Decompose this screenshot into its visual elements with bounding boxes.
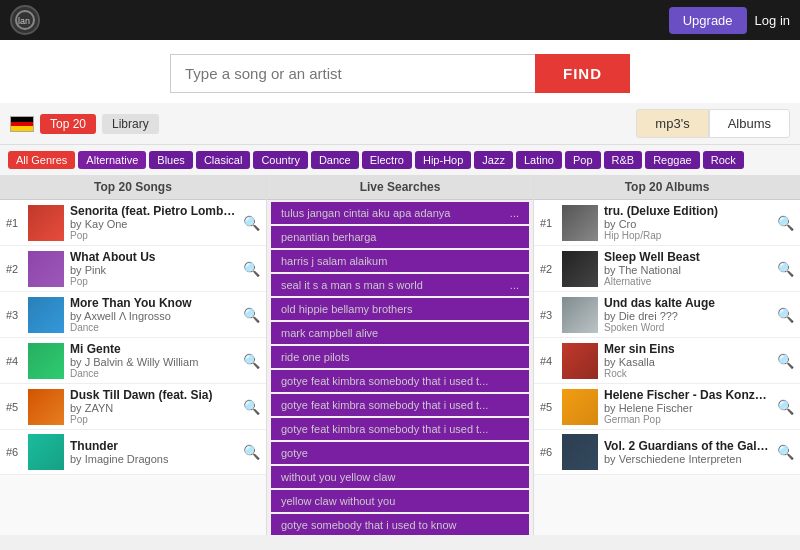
album-genre: Hip Hop/Rap [604, 230, 771, 241]
app-header: lan Upgrade Log in [0, 0, 800, 40]
album-item[interactable]: #6 Vol. 2 Guardians of the Galaxy: A... … [534, 430, 800, 475]
song-search-icon[interactable]: 🔍 [243, 353, 260, 369]
genre-dance[interactable]: Dance [311, 151, 359, 169]
tab-albums[interactable]: Albums [709, 109, 790, 138]
genre-all-genres[interactable]: All Genres [8, 151, 75, 169]
live-search-item[interactable]: old hippie bellamy brothers [271, 298, 529, 320]
live-search-item[interactable]: gotye feat kimbra somebody that i used t… [271, 418, 529, 440]
song-item[interactable]: #5 Dusk Till Dawn (feat. Sia) by ZAYN Po… [0, 384, 266, 430]
album-search-icon[interactable]: 🔍 [777, 307, 794, 323]
genre-latino[interactable]: Latino [516, 151, 562, 169]
album-title: Helene Fischer - Das Konzert aus... [604, 388, 771, 402]
album-search-icon[interactable]: 🔍 [777, 215, 794, 231]
album-artist: by Kasalla [604, 356, 771, 368]
live-search-text: ride one pilots [281, 351, 350, 363]
live-search-text: gotye [281, 447, 308, 459]
genre-country[interactable]: Country [253, 151, 308, 169]
tab-library[interactable]: Library [102, 114, 159, 134]
genre-alternative[interactable]: Alternative [78, 151, 146, 169]
album-title: Mer sin Eins [604, 342, 771, 356]
album-number: #2 [540, 263, 556, 275]
genre-electro[interactable]: Electro [362, 151, 412, 169]
header-actions: Upgrade Log in [669, 7, 790, 34]
song-item[interactable]: #4 Mi Gente by J Balvin & Willy William … [0, 338, 266, 384]
song-item[interactable]: #1 Senorita (feat. Pietro Lombardi) by K… [0, 200, 266, 246]
album-search-icon[interactable]: 🔍 [777, 399, 794, 415]
album-number: #3 [540, 309, 556, 321]
song-title: Thunder [70, 439, 237, 453]
album-number: #5 [540, 401, 556, 413]
search-area: FIND [0, 40, 800, 103]
song-item[interactable]: #6 Thunder by Imagine Dragons 🔍 [0, 430, 266, 475]
album-title: Vol. 2 Guardians of the Galaxy: A... [604, 439, 771, 453]
live-search-item[interactable]: yellow claw without you [271, 490, 529, 512]
live-search-item[interactable]: gotye [271, 442, 529, 464]
live-search-item[interactable]: seal it s a man s man s world... [271, 274, 529, 296]
live-search-item[interactable]: gotye feat kimbra somebody that i used t… [271, 370, 529, 392]
genre-rnb[interactable]: R&B [604, 151, 643, 169]
album-artist: by Cro [604, 218, 771, 230]
song-item[interactable]: #3 More Than You Know by Axwell Λ Ingros… [0, 292, 266, 338]
album-item[interactable]: #5 Helene Fischer - Das Konzert aus... b… [534, 384, 800, 430]
song-search-icon[interactable]: 🔍 [243, 307, 260, 323]
live-search-item[interactable]: gotye somebody that i used to know [271, 514, 529, 535]
live-search-item[interactable]: tulus jangan cintai aku apa adanya... [271, 202, 529, 224]
album-info: Vol. 2 Guardians of the Galaxy: A... by … [604, 439, 771, 465]
song-info: Dusk Till Dawn (feat. Sia) by ZAYN Pop [70, 388, 237, 425]
genre-pop[interactable]: Pop [565, 151, 601, 169]
album-thumbnail [562, 251, 598, 287]
live-search-item[interactable]: harris j salam alaikum [271, 250, 529, 272]
song-title: Dusk Till Dawn (feat. Sia) [70, 388, 237, 402]
album-thumbnail [562, 434, 598, 470]
song-title: What About Us [70, 250, 237, 264]
logo-icon: lan [10, 5, 40, 35]
album-genre: German Pop [604, 414, 771, 425]
genre-jazz[interactable]: Jazz [474, 151, 513, 169]
genre-reggae[interactable]: Reggae [645, 151, 700, 169]
tab-mp3s[interactable]: mp3's [636, 109, 708, 138]
albums-list: #1 tru. (Deluxe Edition) by Cro Hip Hop/… [534, 200, 800, 475]
genre-clasical[interactable]: Clasical [196, 151, 251, 169]
search-row: FIND [170, 54, 630, 93]
upgrade-button[interactable]: Upgrade [669, 7, 747, 34]
live-search-extra: ... [510, 207, 519, 219]
live-search-text: gotye feat kimbra somebody that i used t… [281, 399, 488, 411]
album-number: #6 [540, 446, 556, 458]
song-number: #6 [6, 446, 22, 458]
song-search-icon[interactable]: 🔍 [243, 261, 260, 277]
song-genre: Pop [70, 230, 237, 241]
live-search-item[interactable]: mark campbell alive [271, 322, 529, 344]
album-artist: by The National [604, 264, 771, 276]
album-item[interactable]: #2 Sleep Well Beast by The National Alte… [534, 246, 800, 292]
live-search-item[interactable]: penantian berharga [271, 226, 529, 248]
song-artist: by Kay One [70, 218, 237, 230]
song-search-icon[interactable]: 🔍 [243, 215, 260, 231]
song-item[interactable]: #2 What About Us by Pink Pop 🔍 [0, 246, 266, 292]
live-search-item[interactable]: without you yellow claw [271, 466, 529, 488]
songs-column: Top 20 Songs #1 Senorita (feat. Pietro L… [0, 175, 267, 535]
album-item[interactable]: #1 tru. (Deluxe Edition) by Cro Hip Hop/… [534, 200, 800, 246]
live-search-text: without you yellow claw [281, 471, 395, 483]
song-thumbnail [28, 251, 64, 287]
search-input[interactable] [170, 54, 535, 93]
genre-hiphop[interactable]: Hip-Hop [415, 151, 471, 169]
song-title: Mi Gente [70, 342, 237, 356]
album-search-icon[interactable]: 🔍 [777, 261, 794, 277]
live-search-item[interactable]: ride one pilots [271, 346, 529, 368]
genre-blues[interactable]: Blues [149, 151, 193, 169]
login-button[interactable]: Log in [755, 13, 790, 28]
genre-rock[interactable]: Rock [703, 151, 744, 169]
album-search-icon[interactable]: 🔍 [777, 444, 794, 460]
song-search-icon[interactable]: 🔍 [243, 399, 260, 415]
album-thumbnail [562, 343, 598, 379]
find-button[interactable]: FIND [535, 54, 630, 93]
album-item[interactable]: #3 Und das kalte Auge by Die drei ??? Sp… [534, 292, 800, 338]
tab-top20[interactable]: Top 20 [40, 114, 96, 134]
song-info: Thunder by Imagine Dragons [70, 439, 237, 465]
live-search-item[interactable]: gotye feat kimbra somebody that i used t… [271, 394, 529, 416]
song-thumbnail [28, 434, 64, 470]
album-item[interactable]: #4 Mer sin Eins by Kasalla Rock 🔍 [534, 338, 800, 384]
song-search-icon[interactable]: 🔍 [243, 444, 260, 460]
album-genre: Spoken Word [604, 322, 771, 333]
album-search-icon[interactable]: 🔍 [777, 353, 794, 369]
